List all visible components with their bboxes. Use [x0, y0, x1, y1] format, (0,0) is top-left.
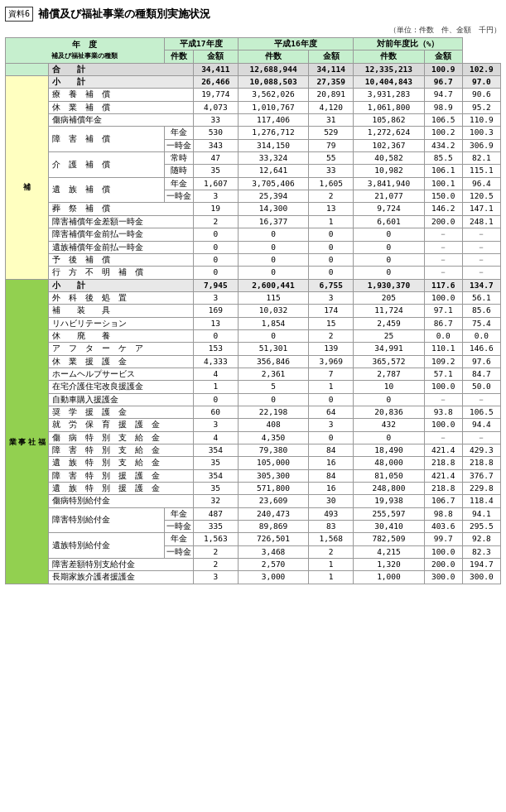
- ratio-kensu: 件数: [354, 50, 424, 63]
- table-row: 遺 族 特 別 支 給 金35105,0001648,000218.8218.8: [6, 457, 501, 469]
- ratio-kensu: 57.1: [424, 368, 462, 380]
- category-label: 小 計: [48, 279, 193, 291]
- ratio-kensu: 100.0: [424, 419, 462, 431]
- ratio-kingaku: 120.5: [462, 190, 500, 203]
- table-row: 葬 祭 補 償1914,300139,724146.2147.1: [6, 203, 501, 215]
- h17-kensu: 33: [193, 114, 238, 127]
- h17-kensu: 35: [193, 483, 238, 495]
- category-label: 奨 学 援 護 金: [48, 406, 193, 418]
- h17-kingaku: 33,324: [238, 152, 308, 165]
- h16-kensu: 0: [309, 241, 354, 253]
- h16-kingaku: 102,367: [354, 139, 424, 151]
- ratio-kingaku: 92.8: [462, 533, 500, 545]
- table-row: 障害補償年金差額一時金216,37716,601200.0248.1: [6, 215, 501, 228]
- h17-kingaku: 1,854: [238, 317, 308, 329]
- category-label: 介 護 補 償: [48, 152, 164, 178]
- h16-kensu: 0: [309, 393, 354, 406]
- table-row: 遺族特別給付金年金1,563726,5011,568782,50999.792.…: [6, 533, 501, 545]
- table-row: 傷病補償年金33117,40631105,862106.5110.9: [6, 114, 501, 127]
- category-label: 合 計: [48, 63, 193, 75]
- h17-kingaku: 14,300: [238, 203, 308, 215]
- h17-kingaku: 25,394: [238, 190, 308, 203]
- h16-kensu: 3,969: [309, 355, 354, 368]
- h16-kensu: 7: [309, 368, 354, 380]
- h17-kensu: 32: [193, 495, 238, 507]
- h16-kingaku: 6,601: [354, 215, 424, 228]
- h16-kingaku: 11,724: [354, 305, 424, 317]
- h16-kensu: 139: [309, 343, 354, 355]
- h16-kingaku: 1,930,370: [354, 279, 424, 291]
- ratio-kingaku: 106.5: [462, 406, 500, 418]
- h16-kingaku: 81,050: [354, 469, 424, 482]
- h17-kingaku: 0: [238, 329, 308, 342]
- h17-kingaku: 0: [238, 228, 308, 241]
- h16-kensu: 3: [309, 291, 354, 304]
- ratio-kingaku: 50.0: [462, 381, 500, 393]
- sub-label: 年金: [164, 533, 193, 545]
- h17-kensu: 487: [193, 507, 238, 520]
- ratio-kensu: 109.2: [424, 355, 462, 368]
- h17-kingaku: 10,088,503: [238, 76, 308, 89]
- ratio-kingaku: 429.3: [462, 444, 500, 457]
- ratio-kingaku: 218.8: [462, 457, 500, 469]
- table-row: 補 装 具16910,03217411,72497.185.6: [6, 305, 501, 317]
- category-label: 葬 祭 補 償: [48, 203, 193, 215]
- ratio-kensu: 99.7: [424, 533, 462, 545]
- h17-kingaku: 2,570: [238, 559, 308, 571]
- ratio-kingaku: －: [462, 393, 500, 406]
- ratio-kingaku: －: [462, 228, 500, 241]
- ratio-kingaku: 97.0: [462, 76, 500, 89]
- h17-kensu: 343: [193, 139, 238, 151]
- ratio-kingaku: 90.6: [462, 89, 500, 101]
- category-label: 遺 族 特 別 支 給 金: [48, 457, 193, 469]
- page: 資料6 補償及び福祉事業の種類別実施状況 （単位：件数 件、金額 千円） 年 度…: [0, 0, 506, 591]
- h16-kensu: 15: [309, 317, 354, 329]
- category-label: 遺 族 特 別 援 護 金: [48, 483, 193, 495]
- h16-kingaku: 19,938: [354, 495, 424, 507]
- h16-kensu: 33: [309, 165, 354, 177]
- table-row: 介 護 補 償常時4733,3245540,58285.582.1: [6, 152, 501, 165]
- category-label: 補 装 具: [48, 305, 193, 317]
- ratio-kensu: 106.5: [424, 114, 462, 127]
- h17-kensu: 335: [193, 521, 238, 533]
- category-label: リハビリテーション: [48, 317, 193, 329]
- h17-kingaku: 12,688,944: [238, 63, 308, 75]
- h16-kingaku: 1,000: [354, 571, 424, 584]
- h17-kingaku: 1,276,712: [238, 127, 308, 139]
- h17-kingaku: 0: [238, 267, 308, 279]
- year-col-header: 年 度補及び福祉事業の種類: [6, 38, 165, 64]
- h16-kingaku: 3,931,283: [354, 89, 424, 101]
- h17-kingaku: 356,846: [238, 355, 308, 368]
- h16-kensu: 529: [309, 127, 354, 139]
- h16-kensu: 0: [309, 228, 354, 241]
- h17-header: 平成17年度: [164, 38, 238, 50]
- ratio-kensu: －: [424, 431, 462, 444]
- h17-kensu: 530: [193, 127, 238, 139]
- ratio-kensu: 146.2: [424, 203, 462, 215]
- table-row: 自動車購入援護金0000－－: [6, 393, 501, 406]
- h17-kensu: 件数: [164, 50, 193, 63]
- h16-kingaku: 1,272,624: [354, 127, 424, 139]
- ratio-kingaku: 295.5: [462, 521, 500, 533]
- ratio-kensu: －: [424, 253, 462, 266]
- ratio-kensu: 100.1: [424, 177, 462, 190]
- table-row: 長期家族介護者援護金33,00011,000300.0300.0: [6, 571, 501, 584]
- h16-kingaku: 20,836: [354, 406, 424, 418]
- table-row: 障害差額特別支給付金22,57011,320200.0194.7: [6, 559, 501, 571]
- ratio-kingaku: 0.0: [462, 329, 500, 342]
- ratio-kingaku: 75.4: [462, 317, 500, 329]
- ratio-kensu: 106.1: [424, 165, 462, 177]
- h16-kensu: 0: [309, 253, 354, 266]
- h17-kingaku: 115: [238, 291, 308, 304]
- ratio-kingaku: 94.1: [462, 507, 500, 520]
- sub-label: 一時金: [164, 545, 193, 558]
- sub-label: 常時: [164, 152, 193, 165]
- category-label: 遺族補償年金前払一時金: [48, 241, 193, 253]
- title-tag: 資料6: [5, 7, 33, 22]
- h17-kensu: 13: [193, 317, 238, 329]
- category-label: 自動車購入援護金: [48, 393, 193, 406]
- table-row: 遺 族 特 別 援 護 金35571,80016248,800218.8229.…: [6, 483, 501, 495]
- ratio-kingaku: 82.1: [462, 152, 500, 165]
- ratio-kensu: 434.2: [424, 139, 462, 151]
- h16-kensu: 64: [309, 406, 354, 418]
